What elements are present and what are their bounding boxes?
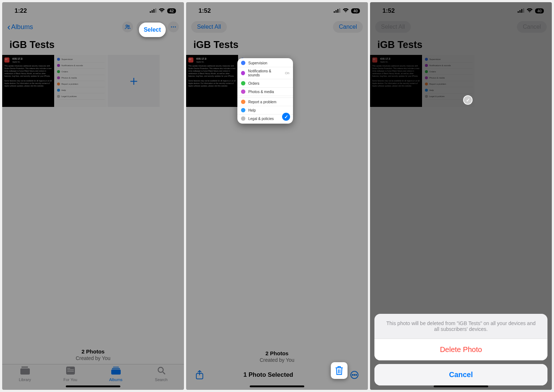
svg-rect-11 (66, 367, 75, 375)
svg-line-19 (163, 372, 165, 374)
selected-thumbnail-highlight: Supervision Notifications & soundsOn Ord… (237, 58, 293, 124)
action-sheet-message: This photo will be deleted from "iGB Tes… (374, 314, 547, 339)
wifi-icon (526, 7, 533, 15)
svg-rect-36 (521, 9, 522, 13)
chevron-left-icon: ‹ (7, 22, 11, 32)
svg-rect-10 (20, 368, 30, 375)
albums-icon (111, 367, 121, 377)
status-bar: 1:52 40 (186, 2, 368, 18)
thumb-content-settings: Supervision Notifications & sounds Order… (55, 55, 107, 107)
screen-1-album-view: 1:22 42 ‹ Albums Select iGB Tests (2, 2, 184, 390)
status-time: 1:22 (15, 7, 27, 15)
nav-bar: ‹ Albums Select (2, 18, 184, 36)
cancel-button[interactable]: Cancel (333, 21, 363, 33)
wifi-icon (342, 7, 349, 15)
svg-rect-2 (153, 9, 154, 13)
battery-level: 42 (167, 8, 176, 13)
svg-rect-3 (155, 8, 156, 13)
svg-rect-13 (67, 369, 74, 370)
delete-action-sheet: This photo will be deleted from "iGB Tes… (374, 314, 547, 385)
selection-checkmark-icon: ✓ (464, 96, 472, 104)
svg-rect-9 (21, 367, 28, 368)
photo-thumbnail: iOS 17.3 Apple Inc. This update introduc… (370, 55, 422, 107)
svg-point-18 (158, 367, 163, 372)
photo-thumbnail[interactable]: Supervision Notifications & sounds Order… (55, 55, 107, 107)
svg-point-31 (356, 375, 357, 376)
select-all-button[interactable]: Select All (191, 21, 227, 33)
share-button[interactable] (194, 369, 205, 380)
more-button[interactable] (349, 369, 360, 380)
thumb-content-ios-update: iOS 17.3 Apple Inc. This update introduc… (186, 55, 238, 107)
created-by: Created by You (2, 355, 184, 361)
battery-level: 40 (535, 8, 544, 13)
wifi-icon (158, 7, 165, 15)
trash-button-highlight (331, 362, 348, 379)
home-indicator[interactable] (66, 385, 120, 387)
svg-rect-21 (336, 10, 337, 13)
nav-bar: Select All Cancel (186, 18, 368, 36)
svg-rect-14 (67, 371, 74, 372)
album-title: iGB Tests (186, 36, 368, 55)
svg-rect-23 (339, 8, 340, 13)
svg-rect-0 (150, 11, 151, 13)
photo-grid: iOS 17.3 Apple Inc. This update introduc… (370, 55, 552, 107)
delete-photo-button[interactable]: Delete Photo (374, 339, 547, 360)
cancel-button: Cancel (517, 21, 547, 33)
tab-library[interactable]: Library (2, 364, 48, 390)
back-label: Albums (11, 23, 33, 31)
svg-rect-22 (337, 9, 338, 13)
svg-rect-16 (112, 368, 120, 369)
svg-rect-15 (113, 367, 119, 368)
photo-thumbnail-selected: Supervision Notifications & sounds Order… (423, 55, 475, 107)
cellular-icon (150, 7, 156, 15)
home-indicator[interactable] (434, 385, 488, 387)
svg-point-5 (128, 25, 129, 27)
svg-rect-35 (519, 10, 521, 13)
photo-thumbnail[interactable]: iOS 17.3 Apple Inc. This update introduc… (186, 55, 238, 107)
cellular-icon (518, 7, 524, 15)
cellular-icon (334, 7, 340, 15)
status-right: 40 (518, 7, 544, 15)
svg-rect-17 (111, 369, 121, 375)
shared-library-icon[interactable] (122, 21, 133, 32)
status-bar: 1:52 40 (370, 2, 552, 18)
screen-3-delete-confirm: 1:52 40 Select All Cancel iGB Tests iOS … (370, 2, 552, 390)
photo-grid: iOS 17.3 Apple Inc. This update introduc… (2, 55, 184, 107)
svg-point-29 (352, 375, 353, 376)
svg-rect-20 (334, 11, 335, 13)
back-button[interactable]: ‹ Albums (7, 22, 33, 32)
battery-level: 40 (351, 8, 360, 13)
select-button[interactable]: Select (137, 21, 164, 33)
album-meta: 2 Photos Created by You (2, 345, 184, 364)
svg-rect-12 (67, 368, 70, 369)
thumb-content-ios-update: iOS 17.3 Apple Inc. This update introduc… (2, 55, 54, 107)
status-right: 40 (334, 7, 360, 15)
svg-rect-37 (523, 8, 524, 13)
status-right: 42 (150, 7, 176, 15)
action-sheet-cancel-button[interactable]: Cancel (374, 364, 547, 385)
search-icon (157, 367, 165, 377)
tab-search[interactable]: Search (138, 364, 184, 390)
plus-icon: ＋ (127, 72, 140, 90)
status-time: 1:52 (198, 7, 211, 15)
photo-count: 2 Photos (2, 348, 184, 355)
select-all-button: Select All (375, 21, 411, 33)
status-bar: 1:22 42 (2, 2, 184, 18)
home-indicator[interactable] (250, 385, 304, 387)
album-title: iGB Tests (370, 36, 552, 55)
svg-point-7 (173, 27, 174, 28)
selection-checkmark-icon: ✓ (282, 113, 290, 121)
svg-rect-34 (518, 11, 519, 13)
foryou-icon (66, 367, 75, 377)
photo-thumbnail[interactable]: iOS 17.3 Apple Inc. This update introduc… (2, 55, 54, 107)
nav-bar: Select All Cancel (370, 18, 552, 36)
svg-point-6 (171, 27, 172, 28)
library-icon (20, 367, 30, 377)
add-photo-tile[interactable]: ＋ (108, 55, 160, 107)
svg-point-4 (126, 25, 128, 27)
more-button[interactable] (168, 21, 179, 32)
selection-count: 1 Photo Selected (244, 371, 293, 379)
svg-point-30 (354, 375, 355, 376)
svg-point-8 (175, 27, 176, 28)
status-time: 1:52 (382, 7, 395, 15)
